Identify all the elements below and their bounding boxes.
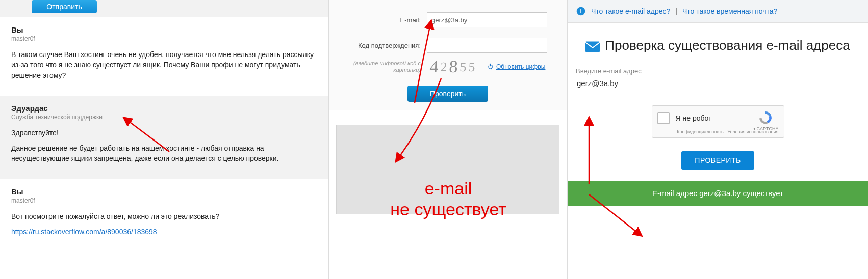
message-block: Эдуардас Служба технической поддержки Зд… <box>0 96 328 179</box>
recaptcha-widget[interactable]: Я не робот reCAPTCHA Конфиденциальность … <box>652 105 784 138</box>
check-button[interactable]: Проверить <box>407 86 488 102</box>
help-temp-mail-link[interactable]: Что такое временная почта? <box>682 7 777 15</box>
captcha-row: (введите цифровой код с картинки) 42855 … <box>341 58 554 75</box>
email-label: E-mail: <box>341 16 427 24</box>
help-what-is-email-link[interactable]: Что такое e-mail адрес? <box>591 7 670 15</box>
message-author: Вы <box>11 187 317 196</box>
message-greeting: Здравствуйте! <box>11 128 317 138</box>
message-body: В таком случае Ваш хостинг очень не удоб… <box>11 49 317 80</box>
code-label: Код подтверждения: <box>341 42 427 49</box>
mail-checker-panel: i Что такое e-mail адрес? | Что такое вр… <box>567 0 868 279</box>
email-input[interactable] <box>427 12 547 27</box>
message-body: Вот посмотрите пожалуйста ответ, можно л… <box>11 211 317 237</box>
message-text: Вот посмотрите пожалуйста ответ, можно л… <box>11 211 317 221</box>
message-text: Данное решение не будет работать на наше… <box>11 143 317 164</box>
refresh-icon <box>487 63 494 70</box>
ticket-thread-panel: Отправить Вы master0f В таком случае Ваш… <box>0 0 328 279</box>
email-row: E-mail: <box>341 12 554 27</box>
svg-rect-3 <box>585 42 600 52</box>
message-author: Эдуардас <box>11 104 317 113</box>
captcha-form: E-mail: Код подтверждения: (введите цифр… <box>329 0 567 110</box>
card-title-text: Проверка существования e-mail адреса <box>605 37 850 54</box>
message-body: Здравствуйте! Данное решение не будет ра… <box>11 128 317 164</box>
email-input-label: Введите e-mail адрес <box>576 67 860 75</box>
stackoverflow-link[interactable]: https://ru.stackoverflow.com/a/890036/18… <box>11 228 157 236</box>
svg-text:i: i <box>580 8 581 14</box>
message-author: Вы <box>11 25 317 34</box>
help-bar: i Что такое e-mail адрес? | Что такое вр… <box>568 0 868 23</box>
refresh-label: Обновить цифры <box>496 63 545 70</box>
ad-placeholder <box>336 125 559 214</box>
recaptcha-checkbox[interactable] <box>657 112 670 124</box>
captcha-check-panel: E-mail: Код подтверждения: (введите цифр… <box>328 0 567 279</box>
captcha-image: 42855 <box>426 58 480 75</box>
recaptcha-label: Я не робот <box>676 114 712 122</box>
message-text: В таком случае Ваш хостинг очень не удоб… <box>11 49 317 80</box>
separator: | <box>675 7 677 15</box>
message-block: Вы master0f Вот посмотрите пожалуйста от… <box>0 179 328 247</box>
result-bar: E-mail адрес gerz@3a.by существует <box>568 181 868 206</box>
code-row: Код подтверждения: <box>341 38 554 53</box>
send-button[interactable]: Отправить <box>32 0 97 13</box>
send-bar: Отправить <box>0 0 328 17</box>
message-block: Вы master0f В таком случае Ваш хостинг о… <box>0 17 328 96</box>
card-title: Проверка существования e-mail адреса <box>576 37 860 54</box>
info-icon: i <box>576 6 586 16</box>
email-check-input[interactable] <box>576 76 860 91</box>
refresh-captcha-link[interactable]: Обновить цифры <box>487 63 545 71</box>
mail-icon <box>585 40 600 51</box>
message-author-sub: master0f <box>11 35 317 42</box>
recaptcha-logo: reCAPTCHA <box>752 110 778 131</box>
recaptcha-brand: reCAPTCHA <box>752 126 778 131</box>
code-input[interactable] <box>427 38 547 53</box>
verify-button[interactable]: ПРОВЕРИТЬ <box>681 151 754 170</box>
message-author-sub: master0f <box>11 197 317 204</box>
checker-card: Проверка существования e-mail адреса Вве… <box>576 37 860 170</box>
message-author-sub: Служба технической поддержки <box>11 114 317 121</box>
captcha-hint: (введите цифровой код с картинки) <box>341 60 427 73</box>
